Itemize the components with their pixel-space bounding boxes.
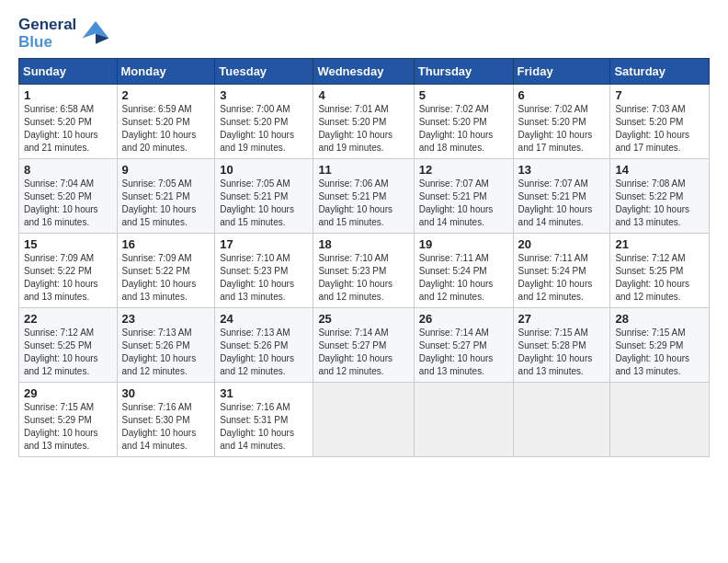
day-number: 26 xyxy=(419,312,508,326)
table-row: 11Sunrise: 7:06 AMSunset: 5:21 PMDayligh… xyxy=(313,159,414,234)
logo: General Blue xyxy=(18,17,110,51)
day-info: Sunrise: 7:15 AMSunset: 5:29 PMDaylight:… xyxy=(615,327,689,376)
table-row: 25Sunrise: 7:14 AMSunset: 5:27 PMDayligh… xyxy=(313,308,414,383)
table-row: 22Sunrise: 7:12 AMSunset: 5:25 PMDayligh… xyxy=(19,308,118,383)
day-number: 3 xyxy=(220,88,308,102)
day-info: Sunrise: 7:11 AMSunset: 5:24 PMDaylight:… xyxy=(518,253,593,302)
day-number: 19 xyxy=(419,237,508,251)
day-info: Sunrise: 7:16 AMSunset: 5:30 PMDaylight:… xyxy=(122,402,197,451)
day-info: Sunrise: 6:59 AMSunset: 5:20 PMDaylight:… xyxy=(122,104,197,153)
table-row: 21Sunrise: 7:12 AMSunset: 5:25 PMDayligh… xyxy=(610,234,710,308)
table-row xyxy=(610,383,710,457)
table-row: 7Sunrise: 7:03 AMSunset: 5:20 PMDaylight… xyxy=(610,85,710,159)
header-thursday: Thursday xyxy=(414,59,513,85)
day-info: Sunrise: 7:14 AMSunset: 5:27 PMDaylight:… xyxy=(318,327,392,376)
table-row xyxy=(313,383,414,457)
table-row: 9Sunrise: 7:05 AMSunset: 5:21 PMDaylight… xyxy=(117,159,215,234)
day-number: 5 xyxy=(419,88,508,102)
table-row: 16Sunrise: 7:09 AMSunset: 5:22 PMDayligh… xyxy=(117,234,215,308)
day-info: Sunrise: 7:00 AMSunset: 5:20 PMDaylight:… xyxy=(220,104,294,153)
calendar-header-row: Sunday Monday Tuesday Wednesday Thursday… xyxy=(19,59,710,85)
day-info: Sunrise: 7:05 AMSunset: 5:21 PMDaylight:… xyxy=(220,178,294,227)
table-row: 1Sunrise: 6:58 AMSunset: 5:20 PMDaylight… xyxy=(19,85,118,159)
logo-bird-icon xyxy=(81,17,110,51)
table-row: 8Sunrise: 7:04 AMSunset: 5:20 PMDaylight… xyxy=(19,159,118,234)
day-info: Sunrise: 7:12 AMSunset: 5:25 PMDaylight:… xyxy=(24,327,98,376)
day-info: Sunrise: 7:13 AMSunset: 5:26 PMDaylight:… xyxy=(122,327,197,376)
day-number: 27 xyxy=(518,312,606,326)
day-number: 15 xyxy=(24,237,112,251)
day-number: 18 xyxy=(318,237,408,251)
day-info: Sunrise: 7:03 AMSunset: 5:20 PMDaylight:… xyxy=(615,104,689,153)
day-number: 14 xyxy=(615,163,704,177)
table-row: 4Sunrise: 7:01 AMSunset: 5:20 PMDaylight… xyxy=(313,85,414,159)
day-number: 8 xyxy=(24,163,112,177)
day-info: Sunrise: 7:16 AMSunset: 5:31 PMDaylight:… xyxy=(220,402,294,451)
day-info: Sunrise: 7:01 AMSunset: 5:20 PMDaylight:… xyxy=(318,104,392,153)
table-row: 27Sunrise: 7:15 AMSunset: 5:28 PMDayligh… xyxy=(513,308,610,383)
table-row: 10Sunrise: 7:05 AMSunset: 5:21 PMDayligh… xyxy=(215,159,313,234)
table-row: 15Sunrise: 7:09 AMSunset: 5:22 PMDayligh… xyxy=(19,234,118,308)
table-row: 6Sunrise: 7:02 AMSunset: 5:20 PMDaylight… xyxy=(513,85,610,159)
header-friday: Friday xyxy=(513,59,610,85)
day-info: Sunrise: 7:09 AMSunset: 5:22 PMDaylight:… xyxy=(24,253,98,302)
day-number: 28 xyxy=(615,312,704,326)
day-number: 9 xyxy=(122,163,210,177)
day-info: Sunrise: 7:10 AMSunset: 5:23 PMDaylight:… xyxy=(318,253,392,302)
logo-blue: Blue xyxy=(18,34,76,52)
calendar-table: Sunday Monday Tuesday Wednesday Thursday… xyxy=(18,58,710,457)
table-row: 29Sunrise: 7:15 AMSunset: 5:29 PMDayligh… xyxy=(19,383,118,457)
day-number: 17 xyxy=(220,237,308,251)
day-info: Sunrise: 7:15 AMSunset: 5:29 PMDaylight:… xyxy=(24,402,98,451)
day-info: Sunrise: 7:08 AMSunset: 5:22 PMDaylight:… xyxy=(615,178,689,227)
day-info: Sunrise: 7:09 AMSunset: 5:22 PMDaylight:… xyxy=(122,253,197,302)
calendar-week-row: 29Sunrise: 7:15 AMSunset: 5:29 PMDayligh… xyxy=(19,383,710,457)
day-info: Sunrise: 6:58 AMSunset: 5:20 PMDaylight:… xyxy=(24,104,98,153)
day-info: Sunrise: 7:14 AMSunset: 5:27 PMDaylight:… xyxy=(419,327,494,376)
day-info: Sunrise: 7:02 AMSunset: 5:20 PMDaylight:… xyxy=(518,104,593,153)
day-info: Sunrise: 7:02 AMSunset: 5:20 PMDaylight:… xyxy=(419,104,494,153)
day-info: Sunrise: 7:13 AMSunset: 5:26 PMDaylight:… xyxy=(220,327,294,376)
table-row: 28Sunrise: 7:15 AMSunset: 5:29 PMDayligh… xyxy=(610,308,710,383)
table-row: 18Sunrise: 7:10 AMSunset: 5:23 PMDayligh… xyxy=(313,234,414,308)
day-info: Sunrise: 7:06 AMSunset: 5:21 PMDaylight:… xyxy=(318,178,392,227)
table-row: 5Sunrise: 7:02 AMSunset: 5:20 PMDaylight… xyxy=(414,85,513,159)
day-number: 31 xyxy=(220,386,308,400)
day-number: 16 xyxy=(122,237,210,251)
table-row: 24Sunrise: 7:13 AMSunset: 5:26 PMDayligh… xyxy=(215,308,313,383)
day-info: Sunrise: 7:05 AMSunset: 5:21 PMDaylight:… xyxy=(122,178,197,227)
header-tuesday: Tuesday xyxy=(215,59,313,85)
day-number: 25 xyxy=(318,312,408,326)
table-row: 14Sunrise: 7:08 AMSunset: 5:22 PMDayligh… xyxy=(610,159,710,234)
calendar-week-row: 8Sunrise: 7:04 AMSunset: 5:20 PMDaylight… xyxy=(19,159,710,234)
day-info: Sunrise: 7:12 AMSunset: 5:25 PMDaylight:… xyxy=(615,253,689,302)
table-row: 23Sunrise: 7:13 AMSunset: 5:26 PMDayligh… xyxy=(117,308,215,383)
day-number: 29 xyxy=(24,386,112,400)
day-number: 2 xyxy=(122,88,210,102)
day-info: Sunrise: 7:07 AMSunset: 5:21 PMDaylight:… xyxy=(518,178,593,227)
table-row: 19Sunrise: 7:11 AMSunset: 5:24 PMDayligh… xyxy=(414,234,513,308)
table-row: 26Sunrise: 7:14 AMSunset: 5:27 PMDayligh… xyxy=(414,308,513,383)
header-area: General Blue xyxy=(18,17,710,51)
day-number: 7 xyxy=(615,88,704,102)
table-row: 3Sunrise: 7:00 AMSunset: 5:20 PMDaylight… xyxy=(215,85,313,159)
calendar-week-row: 15Sunrise: 7:09 AMSunset: 5:22 PMDayligh… xyxy=(19,234,710,308)
day-number: 11 xyxy=(318,163,408,177)
day-number: 4 xyxy=(318,88,408,102)
table-row: 30Sunrise: 7:16 AMSunset: 5:30 PMDayligh… xyxy=(117,383,215,457)
day-number: 12 xyxy=(419,163,508,177)
calendar-week-row: 22Sunrise: 7:12 AMSunset: 5:25 PMDayligh… xyxy=(19,308,710,383)
table-row: 2Sunrise: 6:59 AMSunset: 5:20 PMDaylight… xyxy=(117,85,215,159)
day-info: Sunrise: 7:15 AMSunset: 5:28 PMDaylight:… xyxy=(518,327,593,376)
day-number: 23 xyxy=(122,312,210,326)
day-number: 13 xyxy=(518,163,606,177)
table-row xyxy=(414,383,513,457)
day-number: 22 xyxy=(24,312,112,326)
header-saturday: Saturday xyxy=(610,59,710,85)
header-monday: Monday xyxy=(117,59,215,85)
day-info: Sunrise: 7:07 AMSunset: 5:21 PMDaylight:… xyxy=(419,178,494,227)
table-row: 31Sunrise: 7:16 AMSunset: 5:31 PMDayligh… xyxy=(215,383,313,457)
logo-general: General xyxy=(18,17,76,34)
day-number: 30 xyxy=(122,386,210,400)
day-number: 1 xyxy=(24,88,112,102)
